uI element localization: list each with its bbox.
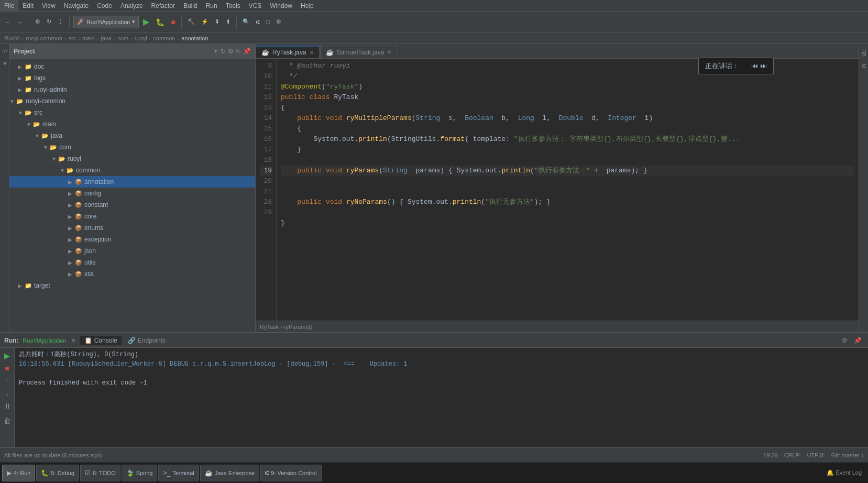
- tree-arrow-common[interactable]: ▼: [60, 168, 66, 173]
- run-down-button[interactable]: ↓: [2, 388, 13, 399]
- menu-run[interactable]: Run: [202, 0, 222, 11]
- event-log[interactable]: 🔔 Event Log: [827, 469, 862, 476]
- menu-build[interactable]: Build: [179, 0, 202, 11]
- menu-view[interactable]: View: [38, 0, 60, 11]
- build-button[interactable]: 🔨: [185, 15, 197, 29]
- tree-arrow-utils[interactable]: ▶: [68, 260, 74, 266]
- toolbar-settings-button[interactable]: ⚙: [33, 15, 42, 29]
- run-up-button[interactable]: ↑: [2, 375, 13, 387]
- run-clear-button[interactable]: 🗑: [2, 415, 13, 426]
- tree-arrow-constant[interactable]: ▶: [68, 202, 74, 208]
- breadcrumb-common2[interactable]: common: [153, 35, 175, 41]
- tree-arrow-ruoyi-admin[interactable]: ▶: [18, 87, 24, 93]
- run-header-close[interactable]: ✕: [71, 337, 76, 344]
- toolbar-cmd1[interactable]: ⚡: [199, 15, 211, 29]
- menu-refactor[interactable]: Refactor: [147, 0, 179, 11]
- tree-item-logs[interactable]: ▶ 📁 logs: [9, 72, 255, 84]
- run-play-button[interactable]: ▶: [2, 350, 13, 361]
- left-icon-structure[interactable]: S: [1, 46, 8, 56]
- tab-samueltask-close[interactable]: ✕: [387, 49, 391, 55]
- tree-arrow-com[interactable]: ▼: [43, 145, 49, 150]
- tree-arrow-logs[interactable]: ▶: [18, 75, 24, 81]
- tree-item-ruoyi[interactable]: ▼ 📂 ruoyi: [9, 153, 255, 164]
- code-editor[interactable]: 9 10 11 12 13 14 15 16 17 18 19 20 21 28…: [256, 59, 859, 321]
- tree-item-utils[interactable]: ▶ 📦 utils: [9, 257, 255, 268]
- tree-item-constant[interactable]: ▶ 📦 constant: [9, 199, 255, 211]
- tree-item-annotation[interactable]: ▶ 📦 annotation: [9, 176, 255, 188]
- tree-arrow-target[interactable]: ▶: [18, 283, 24, 289]
- toolbar-forward-button[interactable]: →: [15, 15, 25, 29]
- tree-item-ruoyi-admin[interactable]: ▶ 📁 ruoyi-admin: [9, 84, 255, 95]
- taskbar-run[interactable]: ▶ 4: Run: [2, 465, 35, 481]
- run-stop-button[interactable]: ■: [2, 363, 13, 374]
- status-git[interactable]: Git: master ↑: [831, 452, 864, 458]
- debug-button[interactable]: 🐛: [153, 15, 167, 29]
- tree-item-java[interactable]: ▼ 📂 java: [9, 130, 255, 141]
- tree-arrow-doc[interactable]: ▶: [18, 64, 24, 70]
- right-icon-database[interactable]: DB: [860, 46, 867, 60]
- tree-item-main[interactable]: ▼ 📂 main: [9, 118, 255, 130]
- toolbar-back-button[interactable]: ←: [3, 15, 13, 29]
- tab-rytask-close[interactable]: ✕: [310, 50, 314, 56]
- toolbar-sync-button[interactable]: ↻: [45, 15, 53, 29]
- menu-edit[interactable]: Edit: [18, 0, 38, 11]
- tree-arrow-java[interactable]: ▼: [35, 133, 41, 139]
- project-dropdown[interactable]: ▾: [214, 48, 217, 54]
- taskbar-todo[interactable]: ☑ 6: TODO: [80, 465, 120, 481]
- menu-navigate[interactable]: Navigate: [60, 0, 93, 11]
- tab-rytask[interactable]: ☕ RyTask.java ✕: [256, 46, 320, 58]
- menu-window[interactable]: Window: [266, 0, 296, 11]
- breadcrumb-main[interactable]: main: [82, 35, 95, 41]
- tree-item-com[interactable]: ▼ 📂 com: [9, 141, 255, 153]
- tree-arrow-exception[interactable]: ▶: [68, 237, 74, 243]
- breadcrumb-annotation[interactable]: annotation: [181, 35, 208, 41]
- toolbar-settings2[interactable]: ⚙: [274, 15, 283, 29]
- tree-arrow-ruoyi[interactable]: ▼: [51, 156, 58, 162]
- tree-item-xss[interactable]: ▶ 📦 xss: [9, 268, 255, 280]
- taskbar-java-enterprise[interactable]: ☕ Java Enterprise: [200, 465, 259, 481]
- toolbar-terminal[interactable]: □: [264, 15, 272, 29]
- menu-tools[interactable]: Tools: [222, 0, 245, 11]
- run-tab-endpoints[interactable]: 🔗 Endpoints: [124, 336, 170, 345]
- toolbar-cmd3[interactable]: ⬆: [224, 15, 233, 29]
- tree-item-json[interactable]: ▶ 📦 json: [9, 245, 255, 257]
- toolbar-search[interactable]: 🔍: [240, 15, 252, 29]
- status-position[interactable]: 19:29: [763, 452, 778, 458]
- project-sync-icon[interactable]: ↻: [221, 48, 226, 55]
- tree-arrow-xss[interactable]: ▶: [68, 271, 74, 277]
- tree-arrow-annotation[interactable]: ▶: [68, 179, 74, 185]
- breadcrumb-com[interactable]: com: [117, 35, 128, 41]
- tree-item-doc[interactable]: ▶ 📁 doc: [9, 61, 255, 72]
- run-config-selector[interactable]: 🚀 RuoYiApplication ▾: [73, 16, 139, 28]
- tab-samueltask[interactable]: ☕ SamuelTask.java ✕: [320, 46, 398, 58]
- taskbar-debug[interactable]: 🐛 5: Debug: [36, 465, 79, 481]
- code-lines[interactable]: * @author ruoyi */ @Component("ryTask") …: [277, 59, 859, 321]
- toolbar-cmd2[interactable]: ⬇: [213, 15, 222, 29]
- tree-item-enums[interactable]: ▶ 📦 enums: [9, 222, 255, 234]
- right-icon-maven[interactable]: M: [860, 61, 867, 71]
- run-pin-icon[interactable]: 📌: [852, 337, 864, 344]
- run-button[interactable]: ▶: [141, 15, 151, 29]
- tree-item-target[interactable]: ▶ 📁 target: [9, 280, 255, 291]
- menu-analyze[interactable]: Analyze: [116, 0, 147, 11]
- tree-arrow-enums[interactable]: ▶: [68, 225, 74, 231]
- tree-item-ruoyi-common[interactable]: ▼ 📂 ruoyi-common: [9, 95, 255, 107]
- stop-button[interactable]: ■: [169, 15, 177, 29]
- breadcrumb-java[interactable]: java: [101, 35, 111, 41]
- breadcrumb-ruoyi2[interactable]: ruoyi: [135, 35, 147, 41]
- taskbar-version-control[interactable]: ⑆ 9: Version Control: [260, 465, 321, 481]
- tree-item-common[interactable]: ▼ 📂 common: [9, 164, 255, 176]
- tree-arrow-src[interactable]: ▼: [18, 110, 24, 116]
- breadcrumb-src[interactable]: src: [69, 35, 76, 41]
- taskbar-terminal[interactable]: >_ Terminal: [158, 465, 199, 481]
- project-pin-icon[interactable]: 📌: [243, 48, 251, 55]
- tree-arrow-json[interactable]: ▶: [68, 248, 74, 254]
- menu-code[interactable]: Code: [93, 0, 116, 11]
- menu-help[interactable]: Help: [296, 0, 318, 11]
- tree-item-src[interactable]: ▼ 📂 src: [9, 107, 255, 118]
- toolbar-git[interactable]: ⑆: [254, 15, 262, 29]
- tree-item-exception[interactable]: ▶ 📦 exception: [9, 234, 255, 245]
- run-tab-console[interactable]: 📋 Console: [80, 336, 122, 345]
- tree-item-core[interactable]: ▶ 📦 core: [9, 211, 255, 222]
- tree-arrow-main[interactable]: ▼: [26, 122, 32, 127]
